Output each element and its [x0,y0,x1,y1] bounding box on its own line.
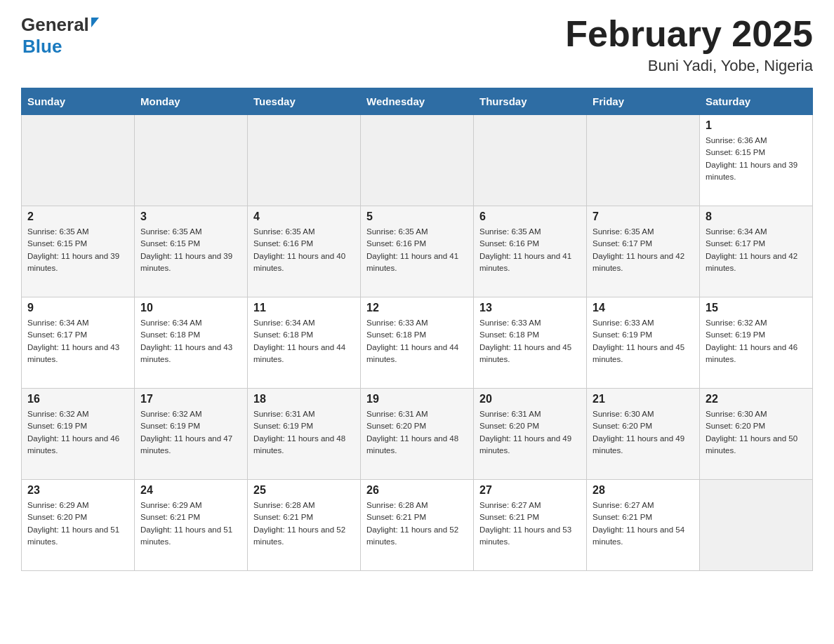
calendar-cell: 23Sunrise: 6:29 AM Sunset: 6:20 PM Dayli… [22,480,135,571]
day-info: Sunrise: 6:35 AM Sunset: 6:15 PM Dayligh… [27,226,128,274]
calendar-cell: 22Sunrise: 6:30 AM Sunset: 6:20 PM Dayli… [700,389,813,480]
calendar-cell: 27Sunrise: 6:27 AM Sunset: 6:21 PM Dayli… [474,480,587,571]
logo-blue-text: Blue [22,36,99,58]
calendar-cell: 20Sunrise: 6:31 AM Sunset: 6:20 PM Dayli… [474,389,587,480]
col-thursday: Thursday [474,88,587,115]
col-monday: Monday [135,88,248,115]
day-info: Sunrise: 6:30 AM Sunset: 6:20 PM Dayligh… [706,408,807,457]
col-friday: Friday [587,88,700,115]
page-header: General Blue February 2025 Buni Yadi, Yo… [21,14,813,75]
day-number: 5 [366,210,468,223]
calendar-cell: 16Sunrise: 6:32 AM Sunset: 6:19 PM Dayli… [22,389,135,480]
title-block: February 2025 Buni Yadi, Yobe, Nigeria [565,14,813,75]
day-number: 20 [479,393,581,405]
calendar-cell: 21Sunrise: 6:30 AM Sunset: 6:20 PM Dayli… [587,389,700,480]
day-number: 9 [27,302,128,314]
day-number: 26 [366,484,468,497]
day-number: 10 [140,302,241,314]
calendar-subtitle: Buni Yadi, Yobe, Nigeria [565,57,813,75]
day-number: 8 [706,210,807,223]
day-info: Sunrise: 6:29 AM Sunset: 6:21 PM Dayligh… [140,499,241,548]
col-saturday: Saturday [700,88,813,115]
day-info: Sunrise: 6:31 AM Sunset: 6:20 PM Dayligh… [479,408,581,457]
logo-general-text: General [21,14,89,36]
calendar-cell: 25Sunrise: 6:28 AM Sunset: 6:21 PM Dayli… [248,480,361,571]
day-number: 19 [366,393,468,405]
calendar-week-5: 23Sunrise: 6:29 AM Sunset: 6:20 PM Dayli… [22,480,813,571]
col-tuesday: Tuesday [248,88,361,115]
day-info: Sunrise: 6:33 AM Sunset: 6:19 PM Dayligh… [593,317,694,365]
calendar-week-3: 9Sunrise: 6:34 AM Sunset: 6:17 PM Daylig… [22,297,813,389]
day-number: 17 [140,393,241,405]
calendar-week-2: 2Sunrise: 6:35 AM Sunset: 6:15 PM Daylig… [22,206,813,297]
calendar-cell: 26Sunrise: 6:28 AM Sunset: 6:21 PM Dayli… [361,480,474,571]
calendar-title: February 2025 [565,14,813,54]
calendar-week-1: 1Sunrise: 6:36 AM Sunset: 6:15 PM Daylig… [22,115,813,206]
calendar-cell: 8Sunrise: 6:34 AM Sunset: 6:17 PM Daylig… [700,206,813,297]
day-info: Sunrise: 6:35 AM Sunset: 6:17 PM Dayligh… [593,226,694,274]
calendar-cell [22,115,135,206]
day-number: 27 [479,484,581,497]
day-info: Sunrise: 6:35 AM Sunset: 6:16 PM Dayligh… [366,226,468,274]
day-number: 6 [479,210,581,223]
day-number: 16 [27,393,128,405]
day-info: Sunrise: 6:32 AM Sunset: 6:19 PM Dayligh… [140,408,241,457]
day-info: Sunrise: 6:35 AM Sunset: 6:15 PM Dayligh… [140,226,241,274]
day-number: 1 [706,119,807,132]
calendar-cell: 15Sunrise: 6:32 AM Sunset: 6:19 PM Dayli… [700,297,813,389]
calendar-header-row: Sunday Monday Tuesday Wednesday Thursday… [22,88,813,115]
day-number: 28 [593,484,694,497]
col-wednesday: Wednesday [361,88,474,115]
logo-arrow-icon [91,18,99,27]
day-info: Sunrise: 6:27 AM Sunset: 6:21 PM Dayligh… [479,499,581,548]
day-number: 7 [593,210,694,223]
day-number: 23 [27,484,128,497]
day-info: Sunrise: 6:34 AM Sunset: 6:17 PM Dayligh… [27,317,128,365]
day-info: Sunrise: 6:28 AM Sunset: 6:21 PM Dayligh… [366,499,468,548]
calendar-cell: 2Sunrise: 6:35 AM Sunset: 6:15 PM Daylig… [22,206,135,297]
day-number: 13 [479,302,581,314]
day-number: 2 [27,210,128,223]
day-info: Sunrise: 6:35 AM Sunset: 6:16 PM Dayligh… [479,226,581,274]
day-info: Sunrise: 6:32 AM Sunset: 6:19 PM Dayligh… [27,408,128,457]
day-number: 21 [593,393,694,405]
calendar-cell [700,480,813,571]
calendar-cell [587,115,700,206]
calendar-cell: 1Sunrise: 6:36 AM Sunset: 6:15 PM Daylig… [700,115,813,206]
day-number: 25 [253,484,355,497]
day-number: 18 [253,393,355,405]
calendar-cell: 3Sunrise: 6:35 AM Sunset: 6:15 PM Daylig… [135,206,248,297]
day-number: 15 [706,302,807,314]
calendar-cell: 12Sunrise: 6:33 AM Sunset: 6:18 PM Dayli… [361,297,474,389]
calendar-cell: 7Sunrise: 6:35 AM Sunset: 6:17 PM Daylig… [587,206,700,297]
calendar-cell: 24Sunrise: 6:29 AM Sunset: 6:21 PM Dayli… [135,480,248,571]
day-info: Sunrise: 6:29 AM Sunset: 6:20 PM Dayligh… [27,499,128,548]
day-info: Sunrise: 6:34 AM Sunset: 6:18 PM Dayligh… [253,317,355,365]
col-sunday: Sunday [22,88,135,115]
day-info: Sunrise: 6:36 AM Sunset: 6:15 PM Dayligh… [706,135,807,183]
calendar-cell: 14Sunrise: 6:33 AM Sunset: 6:19 PM Dayli… [587,297,700,389]
day-info: Sunrise: 6:30 AM Sunset: 6:20 PM Dayligh… [593,408,694,457]
calendar-cell: 6Sunrise: 6:35 AM Sunset: 6:16 PM Daylig… [474,206,587,297]
calendar-cell: 9Sunrise: 6:34 AM Sunset: 6:17 PM Daylig… [22,297,135,389]
calendar-cell [361,115,474,206]
day-info: Sunrise: 6:28 AM Sunset: 6:21 PM Dayligh… [253,499,355,548]
day-number: 4 [253,210,355,223]
day-info: Sunrise: 6:34 AM Sunset: 6:17 PM Dayligh… [706,226,807,274]
calendar-cell: 18Sunrise: 6:31 AM Sunset: 6:19 PM Dayli… [248,389,361,480]
day-number: 24 [140,484,241,497]
day-number: 3 [140,210,241,223]
calendar-cell: 10Sunrise: 6:34 AM Sunset: 6:18 PM Dayli… [135,297,248,389]
calendar-cell: 19Sunrise: 6:31 AM Sunset: 6:20 PM Dayli… [361,389,474,480]
calendar-cell [248,115,361,206]
calendar-cell: 4Sunrise: 6:35 AM Sunset: 6:16 PM Daylig… [248,206,361,297]
calendar-cell: 5Sunrise: 6:35 AM Sunset: 6:16 PM Daylig… [361,206,474,297]
calendar-table: Sunday Monday Tuesday Wednesday Thursday… [21,88,813,571]
day-number: 22 [706,393,807,405]
day-info: Sunrise: 6:35 AM Sunset: 6:16 PM Dayligh… [253,226,355,274]
calendar-cell [135,115,248,206]
day-info: Sunrise: 6:31 AM Sunset: 6:20 PM Dayligh… [366,408,468,457]
calendar-cell [474,115,587,206]
calendar-cell: 17Sunrise: 6:32 AM Sunset: 6:19 PM Dayli… [135,389,248,480]
day-number: 11 [253,302,355,314]
